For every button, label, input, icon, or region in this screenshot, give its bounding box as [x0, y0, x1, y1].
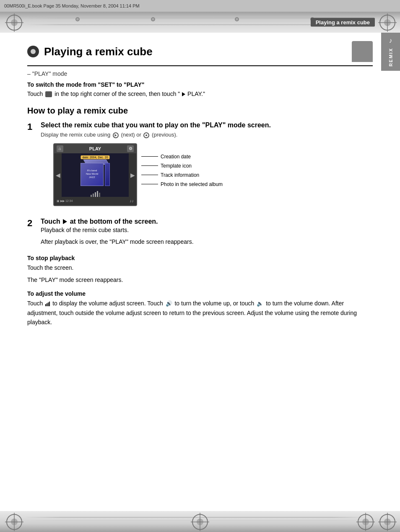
dec-corner-tr: [378, 13, 397, 33]
instruction1-label: To switch the mode from "SET" to "PLAY": [27, 81, 373, 88]
callout-dash-4: [141, 184, 158, 184]
volume-bars: [91, 191, 100, 197]
screen-footer-text: ▣ ▶▶ 12:34: [57, 199, 73, 203]
dec-corner-brc: [356, 513, 375, 532]
track-line2: New World: [86, 173, 98, 175]
title-bullet: [27, 46, 39, 57]
display-text: Display the remix cube using: [41, 132, 112, 138]
stop-playback-section: To stop playback Touch the screen. The "…: [27, 255, 373, 284]
wave-dot-1: [75, 17, 80, 21]
stop-playback-label: To stop playback: [27, 255, 373, 261]
top-band: Playing a remix cube: [0, 12, 400, 33]
step1-number: 1: [27, 121, 36, 132]
adjust-volume-label: To adjust the volume: [27, 290, 373, 297]
callout-line-4: Photo in the selected album: [141, 181, 223, 187]
top-band-title: Playing a remix cube: [311, 18, 375, 27]
screen-center: date: 2004, Dec. 20 R's band New World J…: [62, 153, 129, 197]
screen-nav-left: ◀: [54, 153, 62, 197]
step2-touch: Touch: [41, 218, 62, 225]
callout-lines: Creation date Template icon Track inform…: [141, 143, 223, 201]
page-title-section: Playing a remix cube: [27, 41, 373, 66]
callout-text-4: Photo in the selected album: [161, 181, 223, 187]
dec-corner-bl: [5, 513, 23, 532]
step2-content: Touch at the bottom of the screen. Playb…: [41, 218, 373, 249]
screen-mockup-container: ⌂ PLAY ⚙ ◀ date: 2004, Dec. 20: [53, 143, 373, 206]
dec-corner-tl: [5, 13, 23, 33]
callout-dash-1: [141, 156, 158, 157]
step1-content: Select the remix cube that you want to p…: [41, 121, 373, 214]
instruction1-rest: in the top right corner of the screen, t…: [55, 90, 180, 97]
prev-icon: [143, 132, 149, 138]
right-sidebar: ♪ REMIX: [381, 33, 400, 71]
instruction1-play-text: PLAY.": [187, 90, 205, 97]
callout-text-1: Creation date: [161, 154, 191, 160]
prev-text: (previous).: [152, 132, 177, 138]
wave-dot-2: [151, 17, 155, 21]
callout-text-2: Template icon: [161, 163, 192, 169]
adjust-volume-section: To adjust the volume Touch to display th…: [27, 290, 373, 327]
step2-number: 2: [27, 218, 36, 229]
home-icon: [45, 91, 52, 97]
callout-line-3: Track information: [141, 172, 223, 178]
callout-dash-3: [141, 175, 158, 175]
screen-title: PLAY: [89, 146, 101, 151]
dec-corner-bc: [191, 513, 209, 532]
next-text: (next) or: [121, 132, 143, 138]
screen-nav-right: ▶: [129, 153, 136, 197]
step1-desc: Display the remix cube using (next) or (…: [41, 131, 373, 139]
subtitle: – "PLAY" mode: [27, 70, 373, 77]
screen-header: ⌂ PLAY ⚙: [54, 144, 136, 153]
cube-track-info: R's band New World JAZZ: [86, 169, 98, 179]
stop-playback-line1: Touch the screen.: [27, 263, 373, 272]
step2-play-icon: [63, 219, 67, 224]
play-icon-inline: [182, 92, 185, 96]
callout-line-1: Creation date: [141, 154, 223, 160]
title-bullet-inner: [31, 49, 36, 54]
wave-dot-3: [235, 17, 239, 21]
vol-down-icon: 🔈: [257, 300, 263, 308]
section-heading: How to play a remix cube: [27, 106, 373, 116]
cube-visual: R's band New World JAZZ: [81, 160, 110, 188]
remix-icon: ♪: [389, 37, 392, 44]
screen-home-icon: ⌂: [57, 145, 63, 152]
vol-bars-icon: [45, 302, 50, 306]
touch-word: Touch: [27, 90, 44, 97]
header-bar: 00MR500i_E.book Page 35 Monday, November…: [0, 0, 400, 12]
adjust-volume-text: Touch to display the volume adjust scree…: [27, 299, 373, 327]
instruction1-text: Touch in the top right corner of the scr…: [27, 90, 373, 98]
bottom-band: [0, 511, 400, 532]
step2-desc2: After playback is over, the "PLAY" mode …: [41, 237, 373, 246]
track-line3: JAZZ: [89, 176, 95, 178]
sidebar-label: REMIX: [388, 48, 393, 67]
dec-corner-br: [378, 513, 397, 532]
page-title: Playing a remix cube: [44, 45, 352, 58]
vol-up-icon: 🔊: [166, 300, 172, 308]
step2-container: 2 Touch at the bottom of the screen. Pla…: [27, 218, 373, 249]
cube-date-badge: date: 2004, Dec. 20: [81, 155, 109, 159]
track-line1: R's band: [87, 169, 97, 172]
callout-line-2: Template icon: [141, 163, 223, 169]
step2-rest: at the bottom of the screen.: [70, 218, 158, 225]
step2-title: Touch at the bottom of the screen.: [41, 218, 373, 225]
screen-settings-icon: ⚙: [127, 145, 134, 152]
header-text: 00MR500i_E.book Page 35 Monday, November…: [4, 3, 396, 8]
screen-mockup: ⌂ PLAY ⚙ ◀ date: 2004, Dec. 20: [53, 143, 137, 206]
callout-dash-2: [141, 165, 158, 166]
step1-container: 1 Select the remix cube that you want to…: [27, 121, 373, 214]
next-icon: [113, 132, 119, 138]
screen-footer: ▣ ▶▶ 12:34 ♪♪: [54, 197, 136, 205]
screen-body: ◀ date: 2004, Dec. 20 R's band New: [54, 153, 136, 197]
step1-title: Select the remix cube that you want to p…: [41, 121, 373, 129]
cube-front-face: R's band New World JAZZ: [81, 163, 104, 186]
cube-side-face: [105, 163, 110, 186]
step2-desc1: Playback of the remix cube starts.: [41, 225, 373, 235]
main-content: Playing a remix cube – "PLAY" mode To sw…: [23, 33, 377, 338]
page-title-tab: [352, 41, 373, 62]
screen-footer-icon: ♪♪: [130, 199, 134, 203]
stop-playback-line2: The "PLAY" mode screen reappears.: [27, 275, 373, 284]
callout-text-3: Track information: [161, 172, 199, 178]
